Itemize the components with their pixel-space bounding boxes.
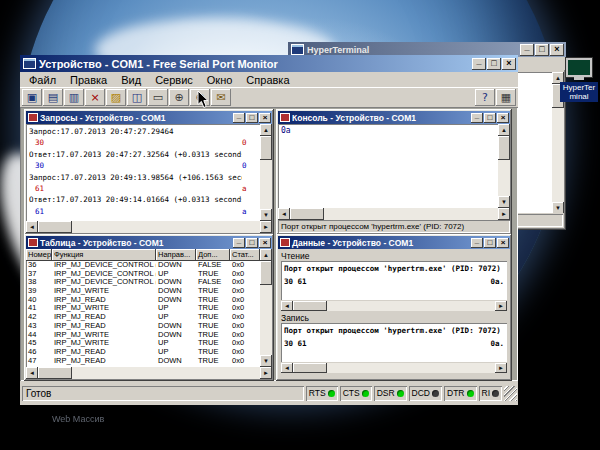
options-button[interactable]: ▦ bbox=[496, 89, 516, 106]
scroll-right-arrow[interactable] bbox=[260, 221, 272, 233]
table-row[interactable]: 44IRP_MJ_WRITEDOWNTRUE0x0 bbox=[26, 331, 260, 340]
table-row[interactable]: 41IRP_MJ_WRITEUPTRUE0x0 bbox=[26, 304, 260, 313]
menu-item-1[interactable]: Правка bbox=[63, 73, 114, 87]
maximize-button[interactable] bbox=[484, 238, 496, 248]
column-header-2[interactable]: Направ... bbox=[156, 249, 196, 261]
minimize-button[interactable] bbox=[471, 113, 483, 123]
scroll-left-arrow[interactable] bbox=[278, 208, 290, 220]
help-button[interactable]: ? bbox=[475, 89, 495, 106]
horizontal-scrollbar[interactable] bbox=[26, 221, 272, 233]
table-row[interactable]: 39IRP_MJ_WRITEDOWNTRUE0x0 bbox=[26, 287, 260, 296]
table-row[interactable]: 47IRP_MJ_READDOWNTRUE0x0 bbox=[26, 357, 260, 366]
column-header-1[interactable]: Функция bbox=[52, 249, 156, 261]
maximize-button[interactable] bbox=[484, 113, 496, 123]
menu-item-3[interactable]: Сервис bbox=[148, 73, 200, 87]
scrollbar-track[interactable] bbox=[72, 367, 260, 379]
scrollbar-track[interactable] bbox=[327, 363, 495, 373]
table-row[interactable]: 40IRP_MJ_READDOWNTRUE0x0 bbox=[26, 296, 260, 305]
scroll-up-arrow[interactable] bbox=[260, 249, 272, 261]
scrollbar-track[interactable] bbox=[260, 285, 272, 355]
scroll-down-arrow[interactable] bbox=[260, 209, 272, 221]
close-button[interactable] bbox=[550, 44, 564, 56]
scrollbar-thumb[interactable] bbox=[38, 367, 72, 379]
menu-item-0[interactable]: Файл bbox=[22, 73, 63, 87]
column-header-4[interactable]: Стат... bbox=[230, 249, 260, 261]
scrollbar-thumb[interactable] bbox=[290, 208, 324, 220]
main-titlebar[interactable]: Устройство - COM1 - Free Serial Port Mon… bbox=[20, 55, 518, 72]
comment-button[interactable]: ✉ bbox=[211, 89, 231, 106]
scrollbar-track[interactable] bbox=[72, 221, 260, 233]
scrollbar-thumb[interactable] bbox=[260, 261, 272, 285]
horizontal-scrollbar[interactable] bbox=[278, 208, 510, 220]
scrollbar-thumb[interactable] bbox=[38, 221, 72, 233]
maximize-button[interactable] bbox=[487, 58, 501, 70]
minimize-button[interactable] bbox=[472, 58, 486, 70]
scroll-left-arrow[interactable] bbox=[26, 221, 38, 233]
table-row[interactable]: 43IRP_MJ_READDOWNTRUE0x0 bbox=[26, 322, 260, 331]
scrollbar-track[interactable] bbox=[498, 160, 510, 196]
minimize-button[interactable] bbox=[471, 238, 483, 248]
read-data-box[interactable]: Порт открыт процессом 'hypertrm.exe' (PI… bbox=[281, 261, 507, 300]
scrollbar-thumb[interactable] bbox=[260, 136, 272, 160]
vertical-scrollbar[interactable] bbox=[260, 249, 272, 367]
resize-grip[interactable] bbox=[504, 386, 517, 401]
desktop-icon-hyperterminal[interactable]: HyperTerminal bbox=[560, 58, 598, 103]
maximize-button[interactable] bbox=[535, 44, 549, 56]
requests-view-button[interactable]: ▤ bbox=[43, 89, 63, 106]
requests-titlebar[interactable]: Запросы - Устройство - COM1 bbox=[26, 111, 272, 124]
table-titlebar[interactable]: Таблица - Устройство - COM1 bbox=[26, 236, 272, 249]
table-row[interactable]: 36IRP_MJ_DEVICE_CONTROL (IOCTL_...DOWNFA… bbox=[26, 261, 260, 270]
console-output[interactable]: 0a bbox=[278, 124, 498, 208]
scrollbar-thumb[interactable] bbox=[293, 301, 327, 311]
minimize-button[interactable] bbox=[233, 113, 245, 123]
requests-log[interactable]: Запрос:17.07.2013 20:47:27.29464300Ответ… bbox=[26, 124, 260, 221]
scroll-right-arrow[interactable] bbox=[495, 301, 507, 311]
table-row[interactable]: 45IRP_MJ_WRITEUPTRUE0x0 bbox=[26, 339, 260, 348]
scroll-down-arrow[interactable] bbox=[498, 196, 510, 208]
write-data-box[interactable]: Порт открыт процессом 'hypertrm.exe' (PI… bbox=[281, 323, 507, 362]
close-session-button[interactable]: × bbox=[85, 89, 105, 106]
horizontal-scrollbar[interactable] bbox=[26, 367, 272, 379]
horizontal-scrollbar[interactable] bbox=[281, 363, 507, 373]
table-row[interactable]: 42IRP_MJ_READUPTRUE0x0 bbox=[26, 313, 260, 322]
scrollbar-track[interactable] bbox=[324, 208, 498, 220]
scroll-left-arrow[interactable] bbox=[26, 367, 38, 379]
scrollbar-track[interactable] bbox=[327, 301, 495, 311]
console-titlebar[interactable]: Консоль - Устройство - COM1 bbox=[278, 111, 510, 124]
maximize-button[interactable] bbox=[246, 113, 258, 123]
open-folder-button[interactable]: ▨ bbox=[106, 89, 126, 106]
scroll-up-arrow[interactable] bbox=[260, 124, 272, 136]
scroll-right-arrow[interactable] bbox=[498, 208, 510, 220]
close-button[interactable] bbox=[497, 238, 509, 248]
maximize-button[interactable] bbox=[246, 238, 258, 248]
scroll-left-arrow[interactable] bbox=[281, 363, 293, 373]
scroll-down-arrow[interactable] bbox=[260, 355, 272, 367]
scrollbar-thumb[interactable] bbox=[293, 363, 327, 373]
column-header-3[interactable]: Доп... bbox=[196, 249, 230, 261]
menu-item-2[interactable]: Вид bbox=[114, 73, 148, 87]
close-button[interactable] bbox=[259, 113, 271, 123]
console-view-button[interactable]: ▥ bbox=[64, 89, 84, 106]
menu-item-4[interactable]: Окно bbox=[200, 73, 240, 87]
close-button[interactable] bbox=[497, 113, 509, 123]
scrollbar-track[interactable] bbox=[552, 108, 564, 202]
horizontal-scrollbar[interactable] bbox=[281, 301, 507, 311]
table-row[interactable]: 37IRP_MJ_DEVICE_CONTROL (IOCTL_...UPTRUE… bbox=[26, 270, 260, 279]
scroll-left-arrow[interactable] bbox=[281, 301, 293, 311]
table-row[interactable]: 46IRP_MJ_READUPTRUE0x0 bbox=[26, 348, 260, 357]
scroll-right-arrow[interactable] bbox=[260, 367, 272, 379]
vertical-scrollbar[interactable] bbox=[260, 124, 272, 221]
zoom-in-button[interactable]: ⊕ bbox=[169, 89, 189, 106]
minimize-button[interactable] bbox=[520, 44, 534, 56]
print-button[interactable]: ▭ bbox=[148, 89, 168, 106]
scroll-right-arrow[interactable] bbox=[495, 363, 507, 373]
column-header-0[interactable]: Номер bbox=[26, 249, 52, 261]
save-button[interactable]: ◫ bbox=[127, 89, 147, 106]
table-row[interactable]: 38IRP_MJ_DEVICE_CONTROL (IOCTL_...DOWNFA… bbox=[26, 278, 260, 287]
minimize-button[interactable] bbox=[233, 238, 245, 248]
scrollbar-thumb[interactable] bbox=[498, 136, 510, 160]
new-session-button[interactable]: ▣ bbox=[22, 89, 42, 106]
data-titlebar[interactable]: Данные - Устройство - COM1 bbox=[278, 236, 510, 249]
close-button[interactable] bbox=[259, 238, 271, 248]
menu-item-5[interactable]: Справка bbox=[239, 73, 296, 87]
